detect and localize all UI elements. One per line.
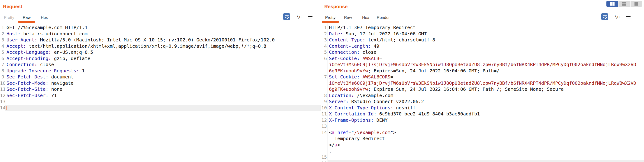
newline-icon[interactable]: \n xyxy=(614,14,620,19)
header-name: Host: xyxy=(6,31,20,37)
header-name: X-Content-Type-Options: xyxy=(329,105,393,111)
code-line[interactable]: X-Correlation-Id: 6c9bd370-bee2-41d9-840… xyxy=(328,111,644,117)
line-number: 2 xyxy=(321,31,328,37)
tab-render[interactable]: Render xyxy=(374,13,392,23)
request-editor: 1234567891011121314 GET //%5cexample.com… xyxy=(0,23,321,162)
code-line[interactable]: Sec-Fetch-Dest: document xyxy=(5,74,321,80)
code-text: > xyxy=(337,142,340,147)
code-line[interactable]: <a href="/\example.com"> xyxy=(328,129,644,136)
code-text: ; Expires=Sun, 24 Jul 2022 16:04:06 GMT;… xyxy=(368,68,500,73)
word-wrap-icon[interactable] xyxy=(601,13,608,20)
code-line[interactable]: 6g9FK+uooh9vYw; Expires=Sun, 24 Jul 2022… xyxy=(328,86,644,92)
code-line[interactable]: Date: Sun, 17 Jul 2022 16:04:06 GMT xyxy=(328,31,644,37)
code-line[interactable]: Accept-Language: en-US,en;q=0.5 xyxy=(5,49,321,55)
code-line[interactable]: Temporary Redirect xyxy=(328,135,644,142)
code-line[interactable]: Connection: close xyxy=(5,61,321,68)
response-header: Response PrettyRawHexRender \n xyxy=(321,0,644,23)
code-line[interactable]: Accept-Encoding: gzip, deflate xyxy=(5,55,321,62)
tab-label: Pretty xyxy=(0,15,18,20)
line-number: 10 xyxy=(321,105,328,111)
tab-pretty[interactable]: Pretty xyxy=(0,13,18,23)
code-line[interactable] xyxy=(5,99,321,105)
code-line[interactable] xyxy=(328,160,644,162)
menu-icon[interactable] xyxy=(626,15,630,19)
split-columns-button[interactable] xyxy=(606,1,618,7)
line-number: 14 xyxy=(0,105,5,111)
code-line[interactable]: </a> xyxy=(328,142,644,148)
tab-hex[interactable]: Hex xyxy=(36,13,53,23)
response-code[interactable]: HTTP/1.1 307 Temporary RedirectDate: Sun… xyxy=(328,23,644,162)
code-line[interactable]: Content-Type: text/html; charset=utf-8 xyxy=(328,37,644,43)
newline-icon[interactable]: \n xyxy=(296,14,302,19)
code-text xyxy=(334,130,337,135)
tab-hex[interactable]: Hex xyxy=(357,13,374,23)
single-panel-button[interactable] xyxy=(630,1,642,7)
tab-pretty[interactable]: Pretty xyxy=(322,13,339,23)
code-line[interactable]: HTTP/1.1 307 Temporary Redirect xyxy=(328,24,644,31)
tab-raw[interactable]: Raw xyxy=(339,13,357,23)
split-rows-button[interactable] xyxy=(618,1,630,7)
code-text: nosniff xyxy=(393,105,416,111)
line-number xyxy=(321,80,328,86)
html-attribute: href xyxy=(337,130,348,135)
line-number: 5 xyxy=(321,49,328,55)
code-line[interactable]: Content-Length: 49 xyxy=(328,43,644,49)
code-line[interactable]: Set-Cookie: AWSALBCORS= xyxy=(328,74,644,80)
code-line[interactable]: iOmeVt3Ms60C9jI7sjDrvjFW6sUbVrsW3EkSNpiw… xyxy=(328,61,644,68)
code-text: < xyxy=(329,130,332,135)
line-number xyxy=(321,142,328,148)
code-line[interactable] xyxy=(5,105,321,111)
request-line-numbers: 1234567891011121314 xyxy=(0,23,5,162)
code-line[interactable]: Sec-Fetch-Mode: navigate xyxy=(5,80,321,86)
line-number: 15 xyxy=(321,154,328,160)
code-line[interactable]: Connection: close xyxy=(328,49,644,55)
code-line[interactable]: iOmeVt3Ms60C9jI7sjDrvjFW6sUbVrsW3EkSNpiw… xyxy=(328,80,644,86)
code-text: ; Expires=Sun, 24 Jul 2022 16:04:06 GMT;… xyxy=(368,86,564,92)
code-line[interactable]: Server: RStudio Connect v2022.06.2 xyxy=(328,99,644,105)
header-name: Connection: xyxy=(329,49,360,55)
code-line[interactable]: Host: beta.rstudioconnect.com xyxy=(5,31,321,37)
menu-icon[interactable] xyxy=(308,15,312,19)
code-text: GET //%5cexample.com HTTP/1.1 xyxy=(6,25,88,30)
code-text: text/html,application/xhtml+xml,applicat… xyxy=(26,43,266,49)
response-title: Response xyxy=(324,4,348,9)
code-line[interactable]: X-Frame-Options: DENY xyxy=(328,117,644,123)
code-text: beta.rstudioconnect.com xyxy=(20,31,88,37)
code-line[interactable] xyxy=(328,154,644,160)
code-text: document xyxy=(48,74,74,79)
request-header-icons: \n xyxy=(283,13,312,20)
code-line[interactable]: User-Agent: Mozilla/5.0 (Macintosh; Inte… xyxy=(5,37,321,43)
line-number: 14 xyxy=(321,129,328,136)
code-line[interactable]: Sec-Fetch-Site: none xyxy=(5,86,321,92)
code-line[interactable]: Set-Cookie: AWSALB= xyxy=(328,55,644,62)
code-line[interactable]: Accept: text/html,application/xhtml+xml,… xyxy=(5,43,321,49)
code-text: 49 xyxy=(371,43,379,49)
request-header: Request PrettyRawHex \n xyxy=(0,0,321,23)
html-tag: a xyxy=(334,142,337,147)
code-line[interactable]: X-Content-Type-Options: nosniff xyxy=(328,105,644,111)
header-name: X-Frame-Options: xyxy=(329,117,374,123)
text-caret xyxy=(6,106,7,110)
line-number: 3 xyxy=(0,37,5,43)
cookie-value: 6g9FK+uooh9vYw xyxy=(329,86,368,92)
code-line[interactable]: GET //%5cexample.com HTTP/1.1 xyxy=(5,24,321,31)
line-number: 9 xyxy=(0,74,5,80)
attribute-value: /\example.com xyxy=(354,130,390,135)
code-text: Temporary Redirect xyxy=(329,136,385,141)
request-code[interactable]: GET //%5cexample.com HTTP/1.1Host: beta.… xyxy=(5,23,321,162)
word-wrap-icon[interactable] xyxy=(283,13,290,20)
code-text: = xyxy=(390,74,393,79)
code-line[interactable]: Location: /\example.com xyxy=(328,92,644,99)
code-line[interactable]: Upgrade-Insecure-Requests: 1 xyxy=(5,68,321,74)
code-line[interactable] xyxy=(328,123,644,129)
code-line[interactable]: Sec-Fetch-User: ?1 xyxy=(5,92,321,99)
header-name: Sec-Fetch-User: xyxy=(6,93,48,98)
line-number: 8 xyxy=(321,92,328,99)
header-name: Upgrade-Insecure-Requests: xyxy=(6,68,79,73)
code-line[interactable]: 6g9FK+uooh9vYw; Expires=Sun, 24 Jul 2022… xyxy=(328,68,644,74)
code-text: 6c9bd370-bee2-41d9-8404-b3ae50addfb1 xyxy=(376,111,480,117)
cookie-value: iOmeVt3Ms60C9jI7sjDrvjFW6sUbVrsW3EkSNpiw… xyxy=(329,80,636,86)
code-line[interactable]: . xyxy=(328,148,644,154)
code-text: . xyxy=(329,148,332,154)
tab-raw[interactable]: Raw xyxy=(18,13,36,23)
